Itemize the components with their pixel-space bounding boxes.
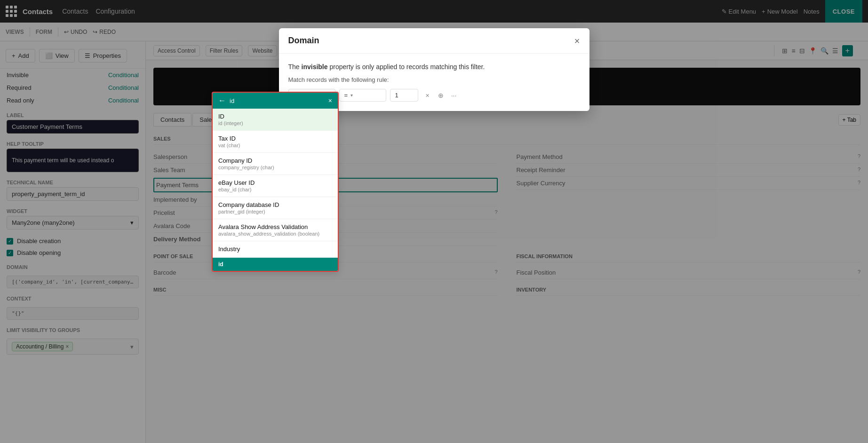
- filter-more-btn[interactable]: ···: [448, 90, 460, 101]
- filter-actions: × ⊕ ···: [422, 90, 460, 101]
- modal-title: Domain: [288, 36, 319, 46]
- modal-description: The invisible property is only applied t…: [288, 63, 580, 71]
- modal-header: Domain ×: [279, 28, 589, 54]
- field-dropdown: ← id × ID id (integer) Tax ID vat (char)…: [212, 92, 339, 272]
- dropdown-item-id[interactable]: ID id (integer): [213, 109, 338, 131]
- modal-backdrop: Domain × The invisible property is only …: [0, 0, 868, 443]
- filter-add-btn[interactable]: ⊕: [435, 90, 446, 101]
- dropdown-item-company-db-id[interactable]: Company database ID partner_gid (integer…: [213, 197, 338, 219]
- dropdown-footer: id: [213, 258, 338, 271]
- modal-rule-label: Match records with the following rule:: [288, 76, 580, 83]
- dropdown-header: ← id ×: [213, 93, 338, 109]
- dropdown-search-input[interactable]: id: [230, 97, 325, 104]
- dropdown-item-industry[interactable]: Industry: [213, 241, 338, 258]
- filter-operator-arrow: ▾: [350, 93, 353, 98]
- dropdown-item-avalara[interactable]: Avalara Show Address Validation avalara_…: [213, 219, 338, 241]
- dropdown-item-ebay-user-id[interactable]: eBay User ID ebay_id (char): [213, 175, 338, 197]
- filter-value-input[interactable]: 1: [390, 89, 418, 102]
- dropdown-item-tax-id[interactable]: Tax ID vat (char): [213, 131, 338, 153]
- dropdown-item-company-id[interactable]: Company ID company_registry (char): [213, 153, 338, 175]
- filter-operator-select[interactable]: = ▾: [339, 89, 386, 102]
- dropdown-close-btn[interactable]: ×: [328, 97, 332, 104]
- filter-remove-btn[interactable]: ×: [422, 90, 433, 101]
- dropdown-list: ID id (integer) Tax ID vat (char) Compan…: [213, 109, 338, 258]
- modal-close-btn[interactable]: ×: [574, 36, 580, 46]
- dropdown-back-btn[interactable]: ←: [218, 96, 226, 105]
